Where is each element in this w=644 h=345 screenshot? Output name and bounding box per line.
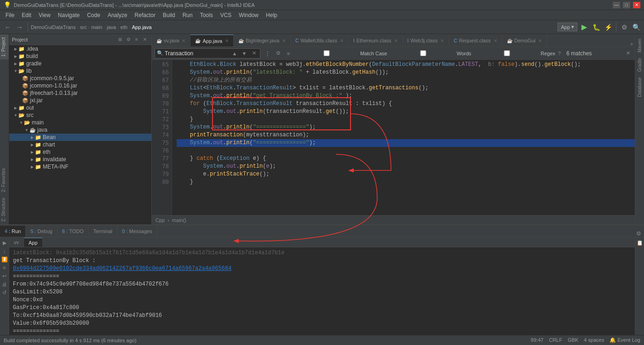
tree-item-gradle[interactable]: ▶ 📁 gradle (9, 60, 151, 67)
tree-item-main[interactable]: ▼ 📂 main (9, 119, 151, 126)
breadcrumb-src[interactable]: src (80, 24, 87, 30)
rerun-icon[interactable]: ↺ (1, 289, 8, 296)
event-log-label[interactable]: 🔔 Event Log (610, 337, 640, 343)
bottom-tab-messages[interactable]: 0: Messages (117, 226, 157, 237)
tab-vv[interactable]: ☕ vv.java ✕ (152, 35, 190, 47)
console-line-2[interactable]: 0x6904d227509e0102cde334ad062142267af936… (13, 265, 631, 273)
settings-button[interactable]: ⚙ (619, 22, 629, 32)
bottom-tab-run[interactable]: 4: Run (0, 226, 26, 237)
search-prev-button[interactable]: ▲ (230, 49, 239, 58)
panel-scope-btn[interactable]: ⊞ (116, 36, 124, 43)
tree-item-metainf[interactable]: ▶ 📁 META-INF (9, 163, 151, 170)
bottom-settings-button[interactable]: ⚙ (636, 230, 641, 237)
menu-help[interactable]: Help (262, 11, 281, 19)
tab-request[interactable]: C Request.class ✕ (449, 35, 502, 47)
search-clear-button[interactable]: ✕ (250, 49, 258, 58)
debug-button[interactable]: 🐛 (591, 22, 601, 32)
run-config-selector[interactable]: App ▾ (558, 23, 577, 31)
menu-vcs[interactable]: VCS (217, 11, 236, 19)
tree-item-bean[interactable]: ▶ 📁 Bean (9, 134, 151, 141)
breadcrumb-project[interactable]: DemoGuiDataTrans (31, 24, 75, 30)
toolbar-forward-button[interactable]: → (15, 22, 25, 32)
tab-web3j[interactable]: I Web3j.class ✕ (403, 35, 449, 47)
tab-walletutils-close[interactable]: ✕ (340, 38, 344, 43)
console-output[interactable]: latestBlock: 0xa1b2c35d5b15a1t7b17c1d5e6… (9, 247, 635, 335)
search-input[interactable] (165, 50, 229, 57)
tree-item-build[interactable]: ▶ 📁 build (9, 53, 151, 60)
panel-close-btn[interactable]: ✕ (141, 36, 149, 43)
tab-demogui-close[interactable]: ✕ (538, 38, 542, 43)
event-log-icon[interactable]: 📋 (636, 239, 644, 246)
menu-run[interactable]: Run (179, 11, 196, 19)
breadcrumb-file[interactable]: App.java (132, 24, 152, 30)
tree-item-jcommon1[interactable]: 📦 jcommon-0.9.5.jar (9, 75, 151, 82)
search-option-matchcase[interactable]: Match Case (294, 50, 387, 56)
search-everywhere-button[interactable]: 🔍 (631, 22, 641, 32)
indent-settings[interactable]: 4 spaces (584, 337, 604, 343)
menu-build[interactable]: Build (159, 11, 179, 19)
cursor-position[interactable]: 99:47 (531, 337, 544, 343)
sidebar-item-project[interactable]: 1: Project (0, 34, 9, 59)
profile-button[interactable]: ⚡ (603, 22, 613, 32)
tab-request-close[interactable]: ✕ (494, 38, 497, 43)
search-option-regex[interactable]: Regex (475, 50, 555, 56)
search-more-button[interactable]: ≡ (284, 49, 293, 58)
tree-item-lib[interactable]: ▼ 📂 lib (9, 67, 151, 75)
menu-edit[interactable]: Edit (18, 11, 35, 19)
tab-biginteger[interactable]: ☕ BigInteger.java ✕ (234, 35, 291, 47)
tab-app[interactable]: ☕ App.java ✕ (190, 35, 234, 47)
bottom-tab-debug[interactable]: 5: Debug (26, 226, 58, 237)
tab-walletutils[interactable]: C WalletUtils.class ✕ (291, 35, 349, 47)
search-close-button[interactable]: ✕ (624, 49, 632, 58)
match-case-label[interactable]: Match Case (360, 51, 387, 56)
regex-checkbox[interactable] (475, 50, 539, 56)
menu-view[interactable]: View (35, 11, 54, 19)
close-button[interactable]: ✕ (633, 2, 640, 8)
sidebar-item-favorites[interactable]: 2: Favorites (0, 165, 9, 195)
encoding[interactable]: GBK (568, 337, 578, 343)
subtab-vv[interactable]: vv (9, 238, 24, 247)
tab-ethereum[interactable]: I Ethereum.class ✕ (349, 35, 403, 47)
panel-settings-btn[interactable]: ⚙ (125, 36, 132, 43)
tab-vv-close[interactable]: ✕ (182, 38, 185, 43)
menu-window[interactable]: Window (235, 11, 262, 19)
print-icon[interactable]: 🖨 (1, 281, 8, 288)
tree-item-out[interactable]: ▶ 📁 out (9, 104, 151, 111)
scroll-down-icon[interactable]: ↓ (1, 247, 8, 255)
tree-item-jcommon2[interactable]: 📦 jcommon-1.0.16.jar (9, 82, 151, 89)
search-option-words[interactable]: Words (391, 50, 472, 56)
match-case-checkbox[interactable] (294, 50, 359, 56)
panel-gear-btn[interactable]: ≡ (133, 36, 140, 43)
tab-biginteger-close[interactable]: ✕ (282, 38, 286, 43)
soft-wrap-icon[interactable]: ↩ (1, 272, 8, 280)
tab-app-close[interactable]: ✕ (225, 38, 229, 43)
tree-item-chart[interactable]: ▶ 📁 chart (9, 141, 151, 148)
menu-analyze[interactable]: Analyze (104, 11, 131, 19)
tree-item-eth[interactable]: ▶ 📁 eth (9, 148, 151, 156)
menu-refactor[interactable]: Refactor (131, 11, 159, 19)
tree-item-idea[interactable]: ▶ 📁 .idea (9, 45, 151, 53)
words-label[interactable]: Words (457, 51, 472, 56)
subtab-app[interactable]: App (24, 238, 43, 247)
tab-ethereum-close[interactable]: ✕ (394, 38, 398, 43)
tab-overflow[interactable]: » (628, 41, 635, 47)
database-label[interactable]: Database (636, 75, 643, 100)
search-settings-button[interactable]: ⚙ (274, 49, 282, 58)
line-separator[interactable]: CRLF (549, 337, 562, 343)
tree-item-invalidate[interactable]: ▶ 📁 invalidate (9, 156, 151, 163)
tree-item-jxl[interactable]: 📦 jxl.jar (9, 97, 151, 104)
menu-navigate[interactable]: Navigate (54, 11, 83, 19)
tree-item-java[interactable]: ▼ ☕ java (9, 126, 151, 134)
tab-web3j-close[interactable]: ✕ (440, 38, 444, 43)
bottom-tab-terminal[interactable]: Terminal (89, 226, 118, 237)
filter-icon[interactable]: ≡ (1, 264, 8, 271)
menu-code[interactable]: Code (83, 11, 104, 19)
minimize-button[interactable]: — (613, 2, 620, 8)
tab-demogui[interactable]: ☕ DemoGui ✕ (502, 35, 547, 47)
menu-tools[interactable]: Tools (196, 11, 217, 19)
maximize-button[interactable]: □ (623, 2, 630, 8)
breadcrumb-main[interactable]: main (91, 24, 102, 30)
menu-file[interactable]: File (2, 11, 18, 19)
regex-label[interactable]: Regex (540, 51, 555, 56)
search-filter-button[interactable]: ⋮ (263, 49, 271, 58)
